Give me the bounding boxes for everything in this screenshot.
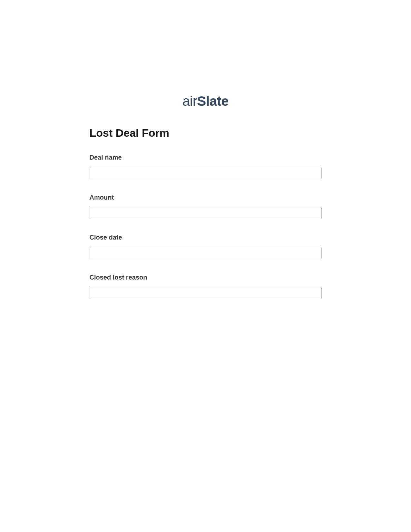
form-title: Lost Deal Form bbox=[90, 127, 322, 139]
form-field-amount: Amount bbox=[90, 194, 322, 219]
deal-name-label: Deal name bbox=[90, 154, 322, 161]
closed-lost-reason-input[interactable] bbox=[90, 287, 322, 299]
form-field-deal-name: Deal name bbox=[90, 154, 322, 179]
logo-text: airSlate bbox=[182, 94, 229, 109]
logo: airSlate bbox=[90, 94, 322, 109]
amount-label: Amount bbox=[90, 194, 322, 201]
form-field-close-date: Close date bbox=[90, 234, 322, 259]
amount-input[interactable] bbox=[90, 207, 322, 219]
deal-name-input[interactable] bbox=[90, 167, 322, 179]
logo-prefix: air bbox=[182, 94, 197, 109]
closed-lost-reason-label: Closed lost reason bbox=[90, 274, 322, 281]
close-date-input[interactable] bbox=[90, 247, 322, 259]
form-field-closed-lost-reason: Closed lost reason bbox=[90, 274, 322, 299]
form-container: airSlate Lost Deal Form Deal name Amount… bbox=[90, 0, 322, 299]
close-date-label: Close date bbox=[90, 234, 322, 241]
logo-suffix: Slate bbox=[197, 94, 229, 109]
